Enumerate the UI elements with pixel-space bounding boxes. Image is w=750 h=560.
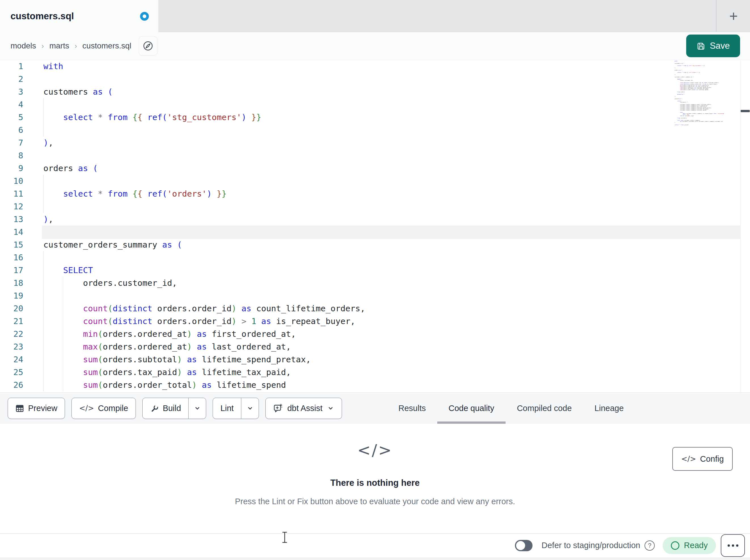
new-tab-button[interactable]: + [724, 6, 744, 26]
indent-guide [43, 290, 44, 302]
lint-split-button: Lint [213, 398, 259, 419]
file-navigate-button[interactable] [139, 36, 157, 56]
code-line[interactable]: 26 sum(orders.order_total) as lifetime_s… [0, 379, 750, 392]
code-line[interactable]: 10 [0, 175, 750, 188]
empty-state: </> There is nothing here Press the Lint… [0, 441, 750, 506]
lint-dropdown-button[interactable] [241, 398, 259, 419]
code-line[interactable]: 2 [0, 73, 750, 86]
line-number: 11 [0, 188, 23, 200]
dbt-assist-button[interactable]: dbt Assist [265, 398, 342, 419]
editor-scrollbar[interactable] [741, 60, 750, 392]
code-line[interactable]: 7), [0, 137, 750, 149]
line-number: 14 [0, 226, 23, 238]
help-icon[interactable]: ? [645, 540, 655, 551]
code-line[interactable]: 8 [0, 149, 750, 162]
more-options-button[interactable] [721, 534, 745, 557]
tab-results[interactable]: Results [387, 393, 437, 424]
code-line[interactable]: 21 count(distinct orders.order_id) > 1 a… [0, 315, 750, 328]
code-line[interactable]: 22 min(orders.ordered_at) as first_order… [0, 328, 750, 340]
file-tab-customers-sql[interactable]: customers.sql [0, 0, 159, 32]
save-button-label: Save [710, 41, 730, 51]
code-text: select * from {{ ref('stg_customers') }} [43, 111, 261, 124]
code-line[interactable]: 11 select * from {{ ref('orders') }} [0, 188, 750, 200]
status-badge: Ready [663, 537, 716, 554]
tab-compiled-code[interactable]: Compiled code [506, 393, 583, 424]
code-quality-panel: </> There is nothing here Press the Lint… [0, 424, 750, 533]
status-badge-label: Ready [684, 541, 708, 550]
breadcrumb-row: models › marts › customers.sql Save [0, 32, 750, 60]
code-line[interactable]: 19 [0, 290, 750, 302]
breadcrumb-marts[interactable]: marts [50, 41, 69, 50]
indent-guide [63, 290, 63, 302]
line-number: 22 [0, 328, 23, 340]
code-line[interactable]: 9orders as ( [0, 162, 750, 175]
breadcrumb-models[interactable]: models [11, 41, 36, 50]
result-panel-tabs: ResultsCode qualityCompiled codeLineage [387, 393, 635, 424]
defer-label: Defer to staging/production [541, 541, 640, 550]
code-line[interactable]: 6 [0, 124, 750, 137]
code-text: max(orders.ordered_at) as last_ordered_a… [43, 340, 291, 353]
empty-state-subtitle: Press the Lint or Fix button above to ev… [0, 497, 750, 506]
indent-guide [43, 98, 44, 111]
code-icon: </> [79, 404, 94, 412]
chevron-down-icon [194, 405, 201, 412]
editor-scrollbar-thumb[interactable] [741, 110, 750, 112]
code-line[interactable]: 16 [0, 251, 750, 264]
ellipsis-icon [728, 544, 730, 547]
indent-guide [43, 251, 44, 264]
code-line[interactable]: 17 SELECT [0, 264, 750, 277]
code-line[interactable]: 15customer_orders_summary as ( [0, 238, 750, 251]
preview-button[interactable]: Preview [8, 398, 65, 419]
build-button[interactable]: Build [143, 398, 189, 419]
dbt-assist-button-label: dbt Assist [287, 403, 322, 413]
code-line[interactable]: 23 max(orders.ordered_at) as last_ordere… [0, 340, 750, 353]
code-editor[interactable]: 1with23customers as (45 select * from {{… [0, 60, 750, 392]
tab-code-quality[interactable]: Code quality [437, 393, 506, 424]
file-tab-title: customers.sql [11, 11, 140, 22]
compile-button[interactable]: </> Compile [72, 398, 136, 419]
config-button[interactable]: </> Config [672, 447, 733, 471]
code-line[interactable]: 12 [0, 200, 750, 213]
code-line[interactable]: 18 orders.customer_id, [0, 277, 750, 290]
code-line[interactable]: 1with [0, 60, 750, 73]
code-text: orders.customer_id, [43, 277, 177, 290]
table-icon [15, 404, 24, 413]
code-line[interactable]: 3customers as ( [0, 86, 750, 98]
line-number: 25 [0, 366, 23, 379]
code-text: count(distinct orders.order_id) > 1 as i… [43, 315, 355, 328]
ellipsis-icon [732, 544, 734, 547]
editor-toolbar: Preview </> Compile Build [0, 392, 750, 424]
code-text: select * from {{ ref('orders') }} [43, 188, 226, 200]
status-bar: Defer to staging/production ? Ready [0, 533, 750, 560]
defer-toggle[interactable] [515, 540, 533, 551]
line-number: 1 [0, 60, 23, 73]
code-line[interactable]: 25 sum(orders.tax_paid) as lifetime_tax_… [0, 366, 750, 379]
code-line[interactable]: 20 count(distinct orders.order_id) as co… [0, 302, 750, 315]
code-line[interactable]: 13), [0, 213, 750, 226]
code-line[interactable]: 14 [0, 226, 750, 238]
code-text: ), [43, 137, 53, 149]
ellipsis-icon [736, 544, 738, 547]
ready-circle-icon [671, 541, 679, 550]
lint-button[interactable]: Lint [213, 398, 241, 419]
build-button-label: Build [163, 403, 181, 413]
line-number: 26 [0, 379, 23, 392]
save-button[interactable]: Save [686, 35, 740, 57]
tab-lineage[interactable]: Lineage [583, 393, 635, 424]
code-line[interactable]: 4 [0, 98, 750, 111]
breadcrumb: models › marts › customers.sql [11, 41, 131, 50]
line-number: 20 [0, 302, 23, 315]
breadcrumb-file[interactable]: customers.sql [82, 41, 132, 50]
line-number: 17 [0, 264, 23, 277]
line-number: 10 [0, 175, 23, 188]
code-line[interactable]: 5 select * from {{ ref('stg_customers') … [0, 111, 750, 124]
build-dropdown-button[interactable] [188, 398, 206, 419]
text-cursor-icon [281, 532, 288, 543]
minimap[interactable]: with customers as ( select * from {{ ref… [675, 61, 740, 126]
code-line[interactable]: 24 sum(orders.subtotal) as lifetime_spen… [0, 353, 750, 366]
floppy-disk-icon [696, 41, 706, 50]
toggle-knob [516, 541, 525, 550]
code-text: count(distinct orders.order_id) as count… [43, 302, 365, 315]
code-text: min(orders.ordered_at) as first_ordered_… [43, 328, 296, 340]
line-number: 23 [0, 340, 23, 353]
